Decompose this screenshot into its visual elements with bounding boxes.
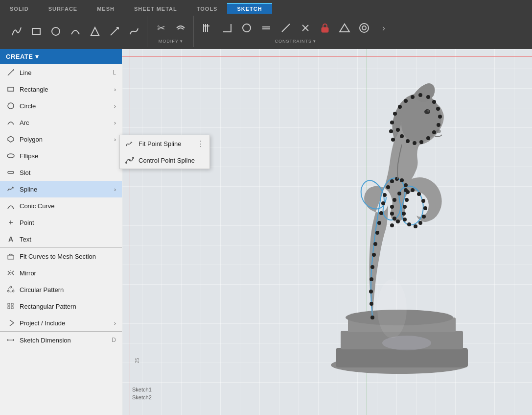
tool-triangle2-icon[interactable] xyxy=(336,19,353,37)
menu-item-circular-pattern[interactable]: Circular Pattern xyxy=(0,281,122,298)
spline-submenu: Fit Point Spline ⋮ Control Point Spline xyxy=(119,135,210,169)
rectangle-label: Rectangle xyxy=(20,86,112,93)
modify-label: MODIFY ▾ xyxy=(159,39,183,44)
svg-point-58 xyxy=(377,221,381,225)
mirror-icon xyxy=(6,268,16,278)
tab-solid[interactable]: SOLID xyxy=(0,4,39,14)
toolbar-section-modify: ✂ MODIFY ▾ xyxy=(148,16,194,47)
tab-tools[interactable]: TOOLS xyxy=(187,4,228,14)
menu-item-slot[interactable]: Slot xyxy=(0,164,122,181)
point-label: Point xyxy=(20,219,116,226)
arc-icon xyxy=(6,118,16,127)
tool-line-icon[interactable] xyxy=(106,23,123,40)
svg-point-101 xyxy=(432,130,436,134)
toolbar: SOLID SURFACE MESH SHEET METAL TOOLS SKE… xyxy=(0,0,532,49)
svg-point-23 xyxy=(7,154,14,158)
svg-point-49 xyxy=(436,129,441,133)
svg-point-109 xyxy=(382,336,431,350)
svg-point-60 xyxy=(381,201,385,205)
svg-point-83 xyxy=(390,205,394,209)
constraints-label: CONSTRAINTS ▾ xyxy=(275,39,316,44)
tab-sketch[interactable]: SKETCH xyxy=(227,3,272,14)
svg-point-79 xyxy=(411,188,415,192)
tab-mesh[interactable]: MESH xyxy=(87,4,124,14)
control-point-spline-icon xyxy=(125,155,135,165)
svg-point-99 xyxy=(438,115,442,119)
menu-item-project-include[interactable]: Project / Include › xyxy=(0,315,122,331)
svg-point-104 xyxy=(413,141,416,145)
menu-item-circle[interactable]: Circle › xyxy=(0,98,122,114)
svg-point-47 xyxy=(424,109,430,114)
submenu-fit-point-spline[interactable]: Fit Point Spline ⋮ xyxy=(120,135,209,152)
menu-item-ellipse[interactable]: Ellipse xyxy=(0,147,122,164)
menu-item-rectangular-pattern[interactable]: Rectangular Pattern xyxy=(0,298,122,315)
tool-slash-icon[interactable] xyxy=(277,19,295,37)
menu-item-conic[interactable]: Conic Curve xyxy=(0,197,122,214)
rectangle-icon xyxy=(6,84,16,94)
svg-point-61 xyxy=(383,193,387,197)
menu-item-fit-curves[interactable]: Fit Curves to Mesh Section xyxy=(0,248,122,265)
submenu-control-point-spline[interactable]: Control Point Spline xyxy=(120,152,209,169)
svg-point-51 xyxy=(370,302,373,306)
svg-point-50 xyxy=(370,316,374,319)
project-include-icon xyxy=(6,318,16,328)
tool-equal-icon[interactable] xyxy=(257,19,275,37)
svg-rect-20 xyxy=(8,87,14,91)
coord-indicator: 25 xyxy=(135,358,140,363)
tool-lock-icon[interactable] xyxy=(316,19,334,37)
menu-item-arc[interactable]: Arc › xyxy=(0,114,122,131)
tab-sheetmetal[interactable]: SHEET METAL xyxy=(124,4,187,14)
tool-hatch-icon[interactable] xyxy=(199,19,216,37)
svg-point-69 xyxy=(403,205,407,209)
svg-point-85 xyxy=(393,217,396,220)
circular-pattern-label: Circular Pattern xyxy=(20,286,116,293)
tool-cross-icon[interactable] xyxy=(297,19,314,37)
svg-point-64 xyxy=(395,177,399,181)
fit-point-spline-more: ⋮ xyxy=(197,139,205,148)
menu-item-point[interactable]: Point xyxy=(0,214,122,231)
arc-label: Arc xyxy=(20,119,112,126)
tool-offset-icon[interactable] xyxy=(172,19,189,37)
svg-point-54 xyxy=(370,265,374,269)
svg-point-89 xyxy=(389,129,393,133)
svg-rect-27 xyxy=(8,255,14,259)
menu-item-rectangle[interactable]: Rectangle › xyxy=(0,81,122,98)
tool-scissors-icon[interactable]: ✂ xyxy=(152,19,170,37)
menu-item-text[interactable]: A Text xyxy=(0,231,122,247)
svg-point-53 xyxy=(370,277,373,281)
menu-item-mirror[interactable]: Mirror xyxy=(0,265,122,281)
menu-item-sketch-dimension[interactable]: Sketch Dimension D xyxy=(0,332,122,348)
tool-spline-icon[interactable] xyxy=(8,23,25,40)
mirror-label: Mirror xyxy=(20,269,116,277)
tool-more-icon[interactable]: › xyxy=(375,19,393,37)
svg-point-106 xyxy=(400,134,404,138)
menu-item-polygon[interactable]: Polygon › xyxy=(0,131,122,147)
svg-point-16 xyxy=(360,24,369,32)
svg-point-78 xyxy=(417,192,421,196)
spline-icon xyxy=(6,184,16,194)
tool-rect-icon[interactable] xyxy=(27,23,45,40)
svg-point-100 xyxy=(437,123,440,127)
toolbar-section-constraints: › CONSTRAINTS ▾ xyxy=(195,16,396,47)
create-dropdown-button[interactable]: CREATE ▾ xyxy=(0,49,122,64)
svg-point-76 xyxy=(423,206,427,210)
tool-curve-icon[interactable] xyxy=(125,23,143,40)
tool-donut-icon[interactable] xyxy=(355,19,373,37)
svg-marker-22 xyxy=(8,136,14,142)
line-icon xyxy=(6,68,16,77)
slot-icon xyxy=(6,168,16,177)
menu-item-line[interactable]: Line L xyxy=(0,64,122,81)
menu-item-spline[interactable]: Spline › xyxy=(0,181,122,197)
svg-point-98 xyxy=(436,107,440,111)
svg-point-21 xyxy=(8,103,14,109)
toolbar-section-sketch-tools xyxy=(4,16,147,47)
tab-surface[interactable]: SURFACE xyxy=(39,4,88,14)
tool-triangle-icon[interactable] xyxy=(86,23,104,40)
tool-full-circle-icon[interactable] xyxy=(238,19,255,37)
tool-arc-icon[interactable] xyxy=(67,23,84,40)
svg-point-66 xyxy=(404,183,408,187)
circular-pattern-icon xyxy=(6,285,16,294)
conic-icon xyxy=(6,201,16,211)
tool-circle-icon[interactable] xyxy=(47,23,65,40)
tool-angle-icon[interactable] xyxy=(218,19,236,37)
